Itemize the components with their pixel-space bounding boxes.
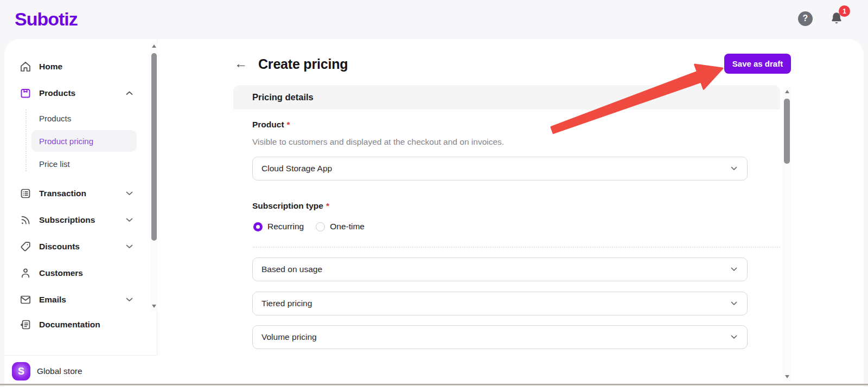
required-asterisk: * [326, 201, 329, 210]
sidebar-item-home[interactable]: Home [4, 53, 157, 80]
radio-selected-icon[interactable] [253, 222, 263, 231]
sidebar-item-discounts[interactable]: Discounts [4, 233, 157, 260]
chevron-down-icon [126, 218, 133, 222]
product-help-text: Visible to customers and displayed at th… [252, 137, 504, 147]
tier-model-select[interactable]: Tiered pricing [252, 292, 748, 315]
dotted-divider [252, 247, 780, 248]
chevron-down-icon [126, 244, 133, 249]
chevron-up-icon [126, 91, 133, 95]
sidebar-subitem-product-pricing[interactable]: Product pricing [31, 130, 137, 152]
section-title: Pricing details [252, 92, 314, 102]
sidebar-subitem-price-list[interactable]: Price list [31, 153, 137, 175]
usage-model-select-value: Based on usage [261, 265, 322, 274]
notification-badge: 1 [839, 5, 850, 17]
pricing-details-card: Pricing details Product* Visible to cust… [233, 85, 780, 371]
subscriptions-icon [20, 214, 31, 226]
chevron-down-icon [731, 267, 737, 272]
store-name: Global store [37, 366, 82, 376]
content-scrollbar-thumb[interactable] [784, 99, 790, 164]
sidebar-subitem-products[interactable]: Products [31, 107, 137, 129]
user-icon [20, 267, 31, 279]
sidebar-item-customers[interactable]: Customers [4, 260, 157, 286]
product-select-value: Cloud Storage App [261, 164, 332, 173]
sidebar-item-label: Customers [39, 268, 83, 278]
help-icon[interactable]: ? [798, 11, 813, 26]
subscription-type-radio-group: Recurring One-time [253, 222, 365, 231]
main-content: ← Create pricing Save as draft Pricing d… [157, 39, 864, 387]
back-arrow-icon[interactable]: ← [234, 57, 247, 71]
subscription-type-label: Subscription type* [252, 201, 329, 211]
sidebar-item-label: Transaction [39, 189, 86, 198]
product-select[interactable]: Cloud Storage App [252, 157, 748, 180]
sidebar-item-subscriptions[interactable]: Subscriptions [4, 207, 157, 233]
scroll-down-icon[interactable] [152, 305, 156, 308]
content-scrollbar[interactable] [783, 87, 791, 382]
tier-model-select-value: Tiered pricing [261, 299, 312, 308]
product-label: Product* [252, 120, 290, 130]
save-as-draft-button[interactable]: Save as draft [724, 54, 791, 74]
page-header: ← Create pricing [234, 53, 348, 75]
radio-recurring[interactable]: Recurring [253, 222, 304, 231]
envelope-icon [20, 294, 31, 306]
scroll-up-icon[interactable] [785, 90, 789, 93]
chevron-down-icon [126, 191, 133, 196]
viewport-bottom-edge [0, 384, 868, 385]
products-submenu: Products Product pricing Price list [4, 107, 157, 175]
sidebar-item-label: Emails [39, 295, 66, 305]
sidebar-item-transaction[interactable]: Transaction [4, 180, 157, 207]
sidebar-item-label: Documentation [39, 320, 100, 330]
scroll-up-icon[interactable] [152, 44, 156, 48]
app-logo[interactable]: Subotiz [15, 8, 78, 30]
sidebar-item-label: Discounts [39, 242, 80, 251]
topbar-actions: ? 1 [798, 11, 853, 26]
radio-one-time[interactable]: One-time [316, 222, 365, 231]
topbar: Subotiz ? 1 [0, 0, 868, 39]
required-asterisk: * [287, 120, 290, 129]
radio-unselected-icon[interactable] [316, 222, 325, 231]
volume-model-select[interactable]: Volume pricing [252, 325, 748, 349]
content-panel: Home Products Products Product pricing P… [4, 39, 864, 387]
sidebar-scrollbar-thumb[interactable] [151, 53, 157, 241]
transaction-icon [20, 188, 31, 199]
sidebar-item-label: Subscriptions [39, 215, 95, 225]
home-icon [20, 61, 31, 73]
chevron-down-icon [731, 301, 737, 306]
documentation-icon [20, 319, 31, 331]
card-section-header: Pricing details [233, 85, 780, 109]
sidebar-scrollbar[interactable] [150, 41, 158, 311]
sidebar-item-products[interactable]: Products [4, 80, 157, 106]
help-glyph: ? [803, 14, 808, 23]
page-title: Create pricing [258, 56, 348, 72]
volume-model-select-value: Volume pricing [261, 332, 317, 342]
usage-model-select[interactable]: Based on usage [252, 257, 748, 281]
sidebar-item-label: Products [39, 88, 75, 98]
notifications-button[interactable]: 1 [829, 11, 844, 26]
radio-label: Recurring [267, 222, 304, 231]
store-switcher[interactable]: S Global store [4, 355, 157, 387]
store-avatar[interactable]: S [12, 362, 30, 380]
tag-icon [20, 241, 31, 253]
radio-label: One-time [330, 222, 365, 231]
sidebar: Home Products Products Product pricing P… [4, 39, 157, 387]
chevron-down-icon [731, 335, 737, 339]
sidebar-item-label: Home [39, 62, 62, 72]
chevron-down-icon [126, 298, 133, 302]
sidebar-item-documentation[interactable]: Documentation [4, 313, 157, 337]
scroll-down-icon[interactable] [785, 375, 789, 378]
package-icon [20, 87, 31, 99]
sidebar-item-emails[interactable]: Emails [4, 286, 157, 313]
chevron-down-icon [731, 166, 737, 171]
